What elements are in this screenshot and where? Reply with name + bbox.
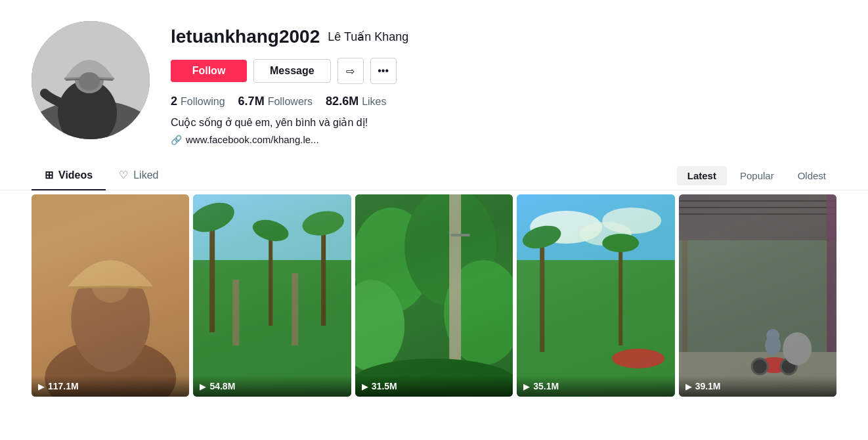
following-count: 2 — [171, 95, 177, 108]
video-card-4[interactable]: ▶ 35.1M — [517, 194, 674, 397]
filter-buttons: Latest Popular Oldest — [677, 166, 836, 185]
video-overlay-2: ▶ 54.8M — [193, 376, 351, 397]
view-count-4: 35.1M — [533, 381, 559, 391]
svg-rect-39 — [618, 240, 622, 345]
play-icon-3: ▶ — [362, 382, 368, 391]
svg-rect-15 — [210, 214, 215, 332]
link-icon: 🔗 — [171, 135, 182, 145]
video-overlay-5: ▶ 39.1M — [679, 376, 836, 397]
tabs-left: ⊞ Videos ♡ Liked — [32, 161, 171, 190]
filter-popular[interactable]: Popular — [729, 166, 785, 185]
svg-point-49 — [752, 359, 768, 374]
avatar — [32, 21, 150, 139]
followers-count: 6.7M — [238, 95, 265, 108]
view-count-5: 39.1M — [695, 381, 721, 391]
play-icon-4: ▶ — [523, 382, 530, 391]
action-buttons: Follow Message ⇨ ••• — [171, 58, 836, 84]
message-button[interactable]: Message — [253, 59, 331, 83]
profile-section: letuankhang2002 Lê Tuấn Khang Follow Mes… — [0, 0, 868, 161]
svg-point-40 — [602, 234, 639, 252]
svg-rect-21 — [233, 280, 240, 345]
profile-link[interactable]: www.facebook.com/khang.le... — [186, 134, 319, 145]
more-icon: ••• — [378, 65, 389, 77]
svg-rect-29 — [450, 234, 470, 236]
svg-point-41 — [612, 349, 664, 368]
view-count-3: 31.5M — [372, 381, 397, 391]
followers-label: Followers — [268, 96, 313, 108]
stats-row: 2 Following 6.7M Followers 82.6M Likes — [171, 95, 836, 108]
link-row: 🔗 www.facebook.com/khang.le... — [171, 134, 836, 145]
video-overlay-4: ▶ 35.1M — [517, 376, 674, 397]
following-label: Following — [181, 96, 225, 108]
tabs-section: ⊞ Videos ♡ Liked Latest Popular Oldest — [0, 161, 868, 190]
filter-latest[interactable]: Latest — [677, 166, 727, 185]
following-stat[interactable]: 2 Following — [171, 95, 225, 108]
svg-point-5 — [79, 72, 100, 91]
svg-rect-54 — [682, 240, 687, 352]
username-row: letuankhang2002 Lê Tuấn Khang — [171, 26, 836, 47]
filter-oldest[interactable]: Oldest — [787, 166, 836, 185]
likes-count: 82.6M — [326, 95, 358, 108]
tab-liked-label: Liked — [133, 169, 158, 181]
followers-stat[interactable]: 6.7M Followers — [238, 95, 313, 108]
more-button[interactable]: ••• — [370, 58, 397, 84]
svg-rect-19 — [322, 221, 326, 326]
video-card-2[interactable]: ▶ 54.8M — [193, 194, 351, 397]
liked-heart-icon: ♡ — [119, 169, 128, 181]
play-icon-5: ▶ — [685, 382, 692, 391]
likes-label: Likes — [362, 96, 386, 108]
view-count-2: 54.8M — [209, 381, 235, 391]
svg-rect-17 — [269, 227, 273, 326]
play-icon-2: ▶ — [200, 382, 206, 391]
tab-videos[interactable]: ⊞ Videos — [32, 161, 106, 190]
svg-rect-22 — [292, 273, 299, 345]
video-grid: ▶ 117.1M ▶ 54.8M — [0, 190, 868, 397]
video-card-3[interactable]: ▶ 31.5M — [355, 194, 513, 397]
video-overlay-1: ▶ 117.1M — [32, 376, 189, 397]
display-name: Lê Tuấn Khang — [328, 30, 408, 44]
svg-point-52 — [766, 329, 779, 342]
play-icon-1: ▶ — [38, 382, 45, 391]
username: letuankhang2002 — [171, 26, 320, 47]
videos-grid-icon: ⊞ — [45, 169, 53, 181]
bio: Cuộc sống ở quê em, yên bình và giản dị! — [171, 116, 836, 129]
video-card-1[interactable]: ▶ 117.1M — [32, 194, 189, 397]
likes-stat[interactable]: 82.6M Likes — [326, 95, 386, 108]
profile-info: letuankhang2002 Lê Tuấn Khang Follow Mes… — [171, 21, 836, 145]
svg-rect-56 — [827, 194, 836, 352]
video-overlay-3: ▶ 31.5M — [355, 376, 513, 397]
view-count-1: 117.1M — [48, 381, 79, 391]
avatar-container — [32, 21, 150, 139]
follow-button[interactable]: Follow — [171, 60, 247, 82]
share-button[interactable]: ⇨ — [337, 58, 364, 84]
svg-rect-37 — [540, 234, 544, 352]
tab-liked[interactable]: ♡ Liked — [106, 161, 171, 190]
video-card-5[interactable]: ▶ 39.1M — [679, 194, 836, 397]
svg-point-53 — [783, 332, 812, 365]
share-icon: ⇨ — [346, 65, 355, 77]
tab-videos-label: Videos — [58, 169, 93, 181]
